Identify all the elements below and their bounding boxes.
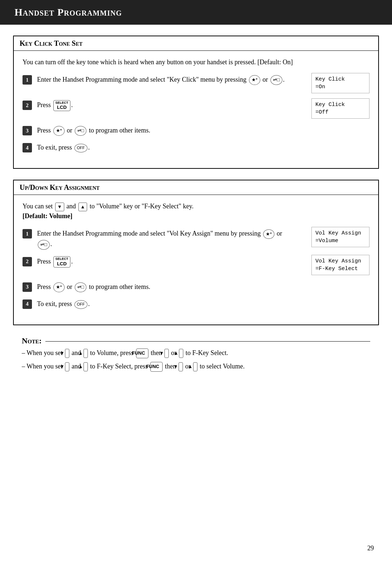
step4-body: To exit, press OFF.: [37, 142, 369, 153]
note-item-2: When you set ▼ and ▲ to F-Key Select, pr…: [22, 361, 370, 372]
s2-step4-body: To exit, press OFF.: [37, 299, 369, 309]
s2-step2-lcd: Vol Key Assign=F-Key Select: [304, 256, 369, 275]
step4-number: 4: [23, 143, 32, 152]
up-arrow-note2b: ▲: [193, 362, 197, 371]
section1-step1: 1 Enter the Handset Programming mode and…: [23, 74, 369, 93]
section2-step4: 4 To exit, press OFF.: [23, 299, 369, 309]
btn-lcd-select-2: SELECT LCD: [53, 256, 71, 267]
step3-body: Press ★* or ⇌□ to program other items.: [37, 125, 369, 136]
page-number: 29: [367, 544, 374, 552]
down-arrow-note2: ▼: [65, 362, 69, 371]
up-arrow-note1b: ▲: [179, 349, 183, 358]
section1-content: You can turn off the key tone which is h…: [14, 51, 378, 168]
page-header: Handset Programming: [0, 0, 392, 25]
section1-step3: 3 Press ★* or ⇌□ to program other items.: [23, 125, 369, 136]
section2-intro: You can set ▼ and ▲ to "Volume" key or "…: [23, 201, 369, 221]
section2-title: Up/Down Key Assignment: [14, 180, 378, 195]
section2-content: You can set ▼ and ▲ to "Volume" key or "…: [14, 195, 378, 325]
page-title: Handset Programming: [15, 7, 377, 18]
btn-fd-2: ⇌□: [75, 126, 87, 136]
s2-step1-lcd: Vol Key Assign=Volume: [304, 228, 369, 247]
s2-step2-left: 2 Press SELECT LCD .: [23, 256, 297, 268]
step2-lcd: Key Click=Off: [304, 100, 369, 119]
btn-fd-3: ⇌□: [38, 240, 50, 250]
step3-number: 3: [23, 126, 32, 135]
down-arrow-sym: ▼: [55, 203, 64, 211]
btn-astar-3: ★*: [263, 229, 274, 239]
section2-step2: 2 Press SELECT LCD . Vol Key Assign=F-Ke…: [23, 256, 369, 275]
section-key-click: Key Click Tone Set You can turn off the …: [13, 36, 379, 169]
s2-step3-number: 3: [23, 282, 32, 292]
btn-func-1: FUNC: [136, 348, 148, 358]
step2-left: 2 Press SELECT LCD .: [23, 100, 297, 111]
step1-left: 1 Enter the Handset Programming mode and…: [23, 74, 297, 85]
down-arrow-note1: ▼: [65, 349, 69, 358]
up-arrow-sym: ▲: [78, 203, 87, 211]
btn-fd-4: ⇌□: [75, 282, 87, 292]
down-arrow-note2b: ▼: [179, 362, 183, 371]
step1-body: Enter the Handset Programming mode and s…: [37, 74, 297, 85]
s2-step1-left: 1 Enter the Handset Programming mode and…: [23, 228, 297, 250]
section2-step1: 1 Enter the Handset Programming mode and…: [23, 228, 369, 250]
note-title: Note:: [22, 336, 42, 346]
note-list: When you set ▼ and ▲ to Volume, press FU…: [22, 348, 370, 372]
s2-step4-number: 4: [23, 299, 32, 309]
s2-step2-number: 2: [23, 257, 32, 266]
s2-step2-body: Press SELECT LCD .: [37, 256, 297, 268]
section1-step2: 2 Press SELECT LCD . Key Click=Off: [23, 100, 369, 119]
section1-intro: You can turn off the key tone which is h…: [23, 57, 369, 67]
step2-number: 2: [23, 101, 32, 110]
up-arrow-note2: ▲: [83, 362, 88, 371]
section-updown: Up/Down Key Assignment You can set ▼ and…: [13, 180, 379, 325]
s2-step1-body: Enter the Handset Programming mode and s…: [37, 228, 297, 250]
btn-func-2: FUNC: [150, 362, 163, 372]
step1-number: 1: [23, 75, 32, 85]
section1-step4: 4 To exit, press OFF.: [23, 142, 369, 153]
s2-step1-number: 1: [23, 229, 32, 238]
note-section: Note: When you set ▼ and ▲ to Volume, pr…: [13, 336, 379, 372]
btn-off-1: OFF: [74, 144, 87, 152]
btn-lcd-select-1: SELECT LCD: [53, 100, 71, 111]
up-arrow-note1: ▲: [83, 349, 88, 358]
btn-fd-1: ⇌□: [270, 75, 282, 85]
btn-off-2: OFF: [74, 300, 87, 309]
s2-step3-body: Press ★* or ⇌□ to program other items.: [37, 282, 369, 292]
step1-lcd: Key Click=On: [304, 74, 369, 93]
down-arrow-note1b: ▼: [164, 349, 169, 358]
btn-astar-1: ★*: [249, 75, 260, 85]
step2-body: Press SELECT LCD .: [37, 100, 297, 111]
section1-title: Key Click Tone Set: [14, 36, 378, 51]
btn-astar-2: ★*: [53, 126, 65, 136]
section2-step3: 3 Press ★* or ⇌□ to program other items.: [23, 282, 369, 292]
btn-astar-4: ★*: [53, 282, 65, 292]
note-item-1: When you set ▼ and ▲ to Volume, press FU…: [22, 348, 370, 358]
